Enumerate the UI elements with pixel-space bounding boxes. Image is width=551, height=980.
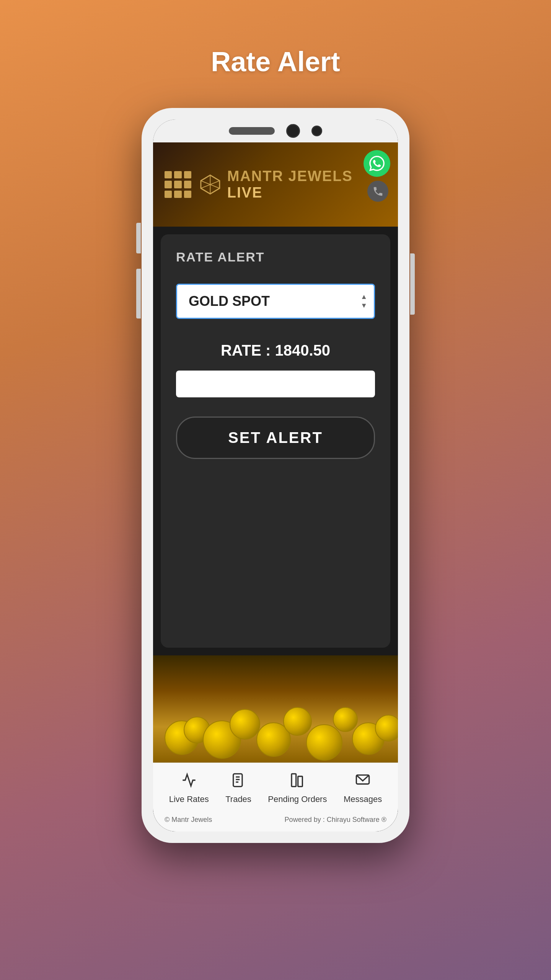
pending-orders-label: Pending Orders xyxy=(268,794,327,804)
commodity-selected-value: GOLD SPOT xyxy=(189,293,270,309)
coin-7 xyxy=(306,724,342,761)
front-camera xyxy=(286,124,300,138)
app-header: MANTR JEWELS LIVE xyxy=(153,142,398,227)
coin-4 xyxy=(230,709,260,740)
rate-display: RATE : 1840.50 xyxy=(176,342,375,359)
volume-down-button xyxy=(136,269,141,318)
rate-input[interactable] xyxy=(176,371,375,397)
whatsapp-button[interactable] xyxy=(364,150,390,177)
app-name: MANTR JEWELS LIVE xyxy=(227,168,386,201)
page-title: Rate Alert xyxy=(211,46,340,77)
app-logo: MANTR JEWELS LIVE xyxy=(199,168,386,201)
nav-pending-orders[interactable]: Pending Orders xyxy=(268,773,327,804)
commodity-select[interactable]: GOLD SPOT xyxy=(176,284,375,319)
grid-menu-icon[interactable] xyxy=(165,171,191,198)
header-content: MANTR JEWELS LIVE xyxy=(153,142,398,227)
footer-left: © Mantr Jewels xyxy=(165,816,212,824)
commodity-selector-wrapper: GOLD SPOT xyxy=(176,284,375,319)
bottom-navigation: Live Rates Trades xyxy=(153,763,398,812)
call-button[interactable] xyxy=(367,181,388,202)
speaker xyxy=(229,127,275,135)
orders-icon xyxy=(290,773,305,791)
book-icon xyxy=(231,773,246,791)
footer-bar: © Mantr Jewels Powered by : Chirayu Soft… xyxy=(153,812,398,831)
coin-8 xyxy=(333,707,358,732)
live-rates-label: Live Rates xyxy=(169,794,209,804)
nav-trades[interactable]: Trades xyxy=(225,773,251,804)
nav-live-rates[interactable]: Live Rates xyxy=(169,773,209,804)
main-panel: RATE ALERT GOLD SPOT RATE : 1840.50 SET … xyxy=(161,234,390,648)
gold-coins-decoration xyxy=(153,655,398,763)
trades-label: Trades xyxy=(225,794,251,804)
nav-messages[interactable]: Messages xyxy=(344,773,382,804)
messages-label: Messages xyxy=(344,794,382,804)
phone-shell: MANTR JEWELS LIVE xyxy=(142,108,409,843)
footer-right: Powered by : Chirayu Software ® xyxy=(285,816,386,824)
app-content: MANTR JEWELS LIVE xyxy=(153,142,398,831)
phone-notch xyxy=(153,119,398,142)
svg-rect-9 xyxy=(298,776,303,787)
svg-rect-8 xyxy=(292,774,296,786)
volume-up-button xyxy=(136,223,141,253)
messages-icon xyxy=(355,773,370,791)
set-alert-button[interactable]: SET ALERT xyxy=(176,416,375,459)
rate-alert-section-title: RATE ALERT xyxy=(176,250,375,265)
coin-6 xyxy=(283,707,312,736)
logo-icon xyxy=(199,173,222,196)
chart-icon xyxy=(181,773,197,791)
front-camera-2 xyxy=(311,126,322,136)
power-button xyxy=(410,253,415,315)
phone-screen: MANTR JEWELS LIVE xyxy=(153,119,398,831)
